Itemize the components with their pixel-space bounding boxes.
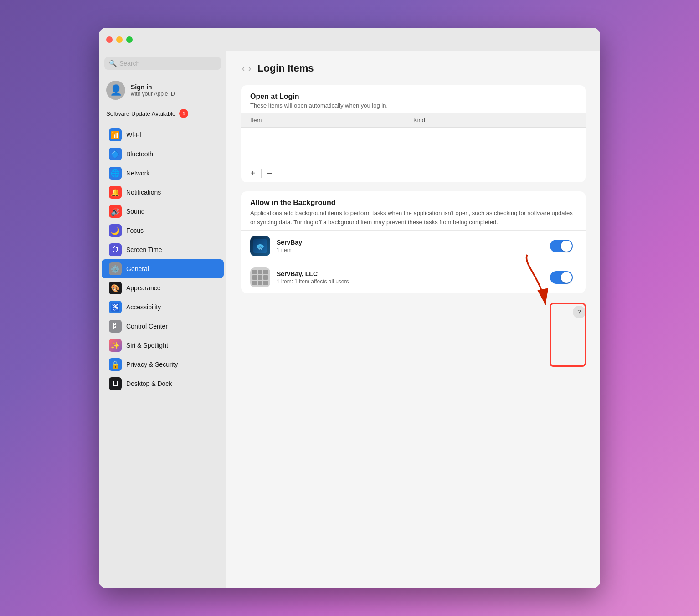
close-button[interactable]	[106, 36, 113, 43]
sound-icon: 🔊	[109, 205, 122, 218]
sidebar-item-desktop[interactable]: 🖥 Desktop & Dock	[102, 374, 224, 393]
back-button[interactable]: ‹	[241, 63, 246, 74]
siri-icon: ✨	[109, 339, 122, 352]
search-bar[interactable]: 🔍 Search	[104, 57, 221, 70]
sidebar-item-wifi[interactable]: 📶 Wi-Fi	[102, 125, 224, 144]
bg-title: Allow in the Background	[250, 199, 576, 207]
servbay-logo-svg	[253, 239, 267, 253]
remove-item-button[interactable]: −	[263, 167, 276, 180]
sidebar-item-sound[interactable]: 🔊 Sound	[102, 202, 224, 221]
sidebar: 🔍 Search 👤 Sign in with your Apple ID So…	[99, 51, 226, 588]
servbay-toggle[interactable]	[550, 240, 573, 252]
window-wrapper: 🔍 Search 👤 Sign in with your Apple ID So…	[99, 28, 600, 588]
grid-cell	[258, 275, 262, 280]
section-header: Open at Login These items will open auto…	[241, 85, 586, 113]
avatar-icon: 👤	[110, 84, 122, 96]
table-header: Item Kind	[241, 113, 586, 128]
sidebar-item-label: Control Center	[126, 323, 168, 330]
appearance-icon: 🎨	[109, 282, 122, 294]
window-content: 🔍 Search 👤 Sign in with your Apple ID So…	[99, 51, 600, 588]
update-section[interactable]: Software Update Available 1	[99, 105, 226, 122]
add-item-button[interactable]: +	[247, 167, 259, 180]
sidebar-item-controlcenter[interactable]: 🎛 Control Center	[102, 317, 224, 336]
grid-cell	[252, 270, 257, 274]
sidebar-item-label: Desktop & Dock	[126, 380, 172, 387]
wifi-icon: 📶	[109, 128, 122, 141]
servbay-toggle-knob	[561, 241, 572, 252]
signin-section[interactable]: 👤 Sign in with your Apple ID	[99, 77, 226, 105]
sidebar-item-general[interactable]: ⚙️ General	[102, 259, 224, 278]
sidebar-item-label: General	[126, 265, 149, 272]
forward-button[interactable]: ›	[247, 63, 252, 74]
signin-text: Sign in with your Apple ID	[131, 83, 175, 97]
signin-subtitle: with your Apple ID	[131, 91, 175, 97]
sidebar-item-appearance[interactable]: 🎨 Appearance	[102, 278, 224, 298]
sidebar-item-label: Wi-Fi	[126, 131, 141, 139]
servbay-llc-icon	[250, 267, 270, 287]
minimize-button[interactable]	[116, 36, 123, 43]
servbay-app-row: ServBay 1 item	[241, 230, 586, 262]
traffic-lights	[106, 36, 133, 43]
sidebar-item-notifications[interactable]: 🔔 Notifications	[102, 183, 224, 202]
grid-cell	[252, 281, 257, 285]
section-subtitle: These items will open automatically when…	[250, 102, 576, 109]
controlcenter-icon: 🎛	[109, 320, 122, 333]
sidebar-item-label: Network	[126, 169, 149, 177]
servbay-llc-info: ServBay, LLC 1 item: 1 item affects all …	[277, 270, 540, 285]
help-button[interactable]: ?	[573, 306, 586, 318]
sidebar-item-bluetooth[interactable]: 🔷 Bluetooth	[102, 144, 224, 164]
search-icon: 🔍	[109, 60, 117, 67]
bg-section-header: Allow in the Background Applications add…	[241, 191, 586, 230]
focus-icon: 🌙	[109, 224, 122, 237]
servbay-info: ServBay 1 item	[277, 239, 540, 253]
servbay-llc-toggle[interactable]	[550, 271, 573, 284]
signin-title: Sign in	[131, 83, 175, 91]
table-footer: + −	[241, 164, 586, 182]
sidebar-item-label: Appearance	[126, 284, 161, 292]
sidebar-item-siri[interactable]: ✨ Siri & Spotlight	[102, 336, 224, 355]
sidebar-item-label: Accessibility	[126, 303, 161, 311]
allow-background-section: Allow in the Background Applications add…	[241, 191, 586, 293]
grid-cell	[263, 275, 268, 280]
servbay-toggle-container	[546, 236, 576, 256]
network-icon: 🌐	[109, 167, 122, 180]
desktop-icon: 🖥	[109, 377, 122, 390]
sidebar-item-privacy[interactable]: 🔒 Privacy & Security	[102, 355, 224, 374]
notifications-icon: 🔔	[109, 186, 122, 199]
sidebar-item-screentime[interactable]: ⏱ Screen Time	[102, 240, 224, 259]
col-kind: Kind	[413, 117, 576, 123]
servbay-llc-name: ServBay, LLC	[277, 270, 540, 277]
avatar: 👤	[106, 81, 125, 100]
grid-cell	[258, 270, 262, 274]
sidebar-item-label: Notifications	[126, 189, 161, 196]
grid-cell	[263, 281, 268, 285]
grid-cell	[258, 281, 262, 285]
sidebar-item-label: Screen Time	[126, 246, 162, 253]
sidebar-item-label: Focus	[126, 227, 144, 234]
open-at-login-section: Open at Login These items will open auto…	[241, 85, 586, 182]
search-placeholder: Search	[119, 60, 139, 67]
maximize-button[interactable]	[126, 36, 133, 43]
servbay-llc-app-row: ServBay, LLC 1 item: 1 item affects all …	[241, 262, 586, 293]
servbay-name: ServBay	[277, 239, 540, 246]
servbay-llc-meta: 1 item: 1 item affects all users	[277, 278, 540, 285]
grid-cell	[252, 275, 257, 280]
servbay-icon	[250, 236, 270, 256]
section-title: Open at Login	[250, 92, 576, 101]
privacy-icon: 🔒	[109, 358, 122, 371]
titlebar	[99, 28, 600, 51]
table-body	[241, 128, 586, 164]
settings-window: 🔍 Search 👤 Sign in with your Apple ID So…	[99, 28, 600, 588]
grid-icon	[250, 267, 270, 287]
update-badge: 1	[179, 109, 188, 118]
sidebar-item-network[interactable]: 🌐 Network	[102, 164, 224, 183]
sidebar-item-label: Sound	[126, 208, 144, 215]
servbay-meta: 1 item	[277, 247, 540, 253]
page-title: Login Items	[257, 62, 314, 74]
sidebar-item-accessibility[interactable]: ♿ Accessibility	[102, 298, 224, 317]
servbay-llc-toggle-knob	[561, 272, 572, 283]
sidebar-item-label: Privacy & Security	[126, 361, 178, 368]
bluetooth-icon: 🔷	[109, 148, 122, 160]
nav-arrows: ‹ ›	[241, 63, 252, 74]
sidebar-item-focus[interactable]: 🌙 Focus	[102, 221, 224, 240]
